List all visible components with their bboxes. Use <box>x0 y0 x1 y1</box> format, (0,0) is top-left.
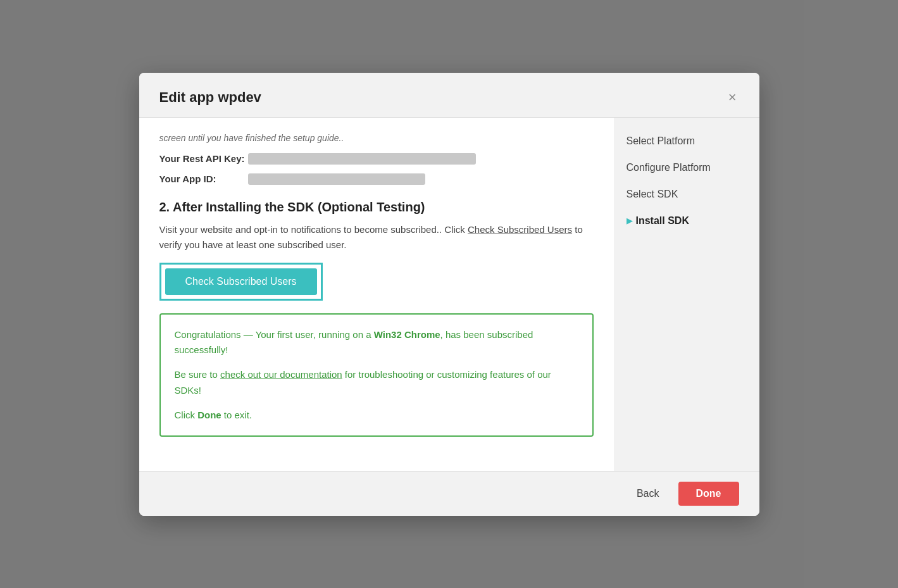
sidebar-item-configure-platform[interactable]: Configure Platform <box>627 162 747 173</box>
check-subscribed-users-link[interactable]: Check Subscribed Users <box>468 224 572 235</box>
modal-title: Edit app wpdev <box>159 89 261 106</box>
sidebar-item-label: Install SDK <box>636 215 689 227</box>
modal-dialog: Edit app wpdev × screen until you have f… <box>139 73 759 516</box>
done-button[interactable]: Done <box>678 482 739 506</box>
modal-body: screen until you have finished the setup… <box>139 118 759 471</box>
sidebar: Select Platform Configure Platform Selec… <box>614 118 759 471</box>
sidebar-item-select-sdk[interactable]: Select SDK <box>627 189 747 200</box>
modal-overlay: Edit app wpdev × screen until you have f… <box>0 0 898 588</box>
success-line-1: Congratulations — Your first user, runni… <box>175 327 578 359</box>
check-btn-wrapper: Check Subscribed Users <box>159 263 323 301</box>
success-line-3: Click Done to exit. <box>175 408 578 423</box>
sidebar-item-label: Select Platform <box>627 135 695 147</box>
section-description: Visit your website and opt-in to notific… <box>159 222 594 253</box>
modal-header: Edit app wpdev × <box>139 73 759 118</box>
check-subscribed-users-button[interactable]: Check Subscribed Users <box>165 268 317 295</box>
sidebar-item-label: Select SDK <box>627 189 678 200</box>
rest-api-label: Your Rest API Key: <box>159 153 248 164</box>
sidebar-item-select-platform[interactable]: Select Platform <box>627 135 747 147</box>
success-line-2: Be sure to check out our documentation f… <box>175 367 578 399</box>
app-id-row: Your App ID: <box>159 173 594 185</box>
documentation-link[interactable]: check out our documentation <box>220 369 342 380</box>
truncated-text: screen until you have finished the setup… <box>159 133 594 143</box>
sidebar-item-label: Configure Platform <box>627 162 711 173</box>
rest-api-row: Your Rest API Key: <box>159 153 594 165</box>
arrow-icon: ▶ <box>627 216 632 225</box>
sidebar-item-install-sdk[interactable]: ▶ Install SDK <box>627 215 747 227</box>
close-button[interactable]: × <box>726 88 739 107</box>
rest-api-value <box>248 153 476 165</box>
modal-footer: Back Done <box>139 471 759 516</box>
app-id-label: Your App ID: <box>159 173 248 184</box>
success-message-box: Congratulations — Your first user, runni… <box>159 313 594 437</box>
app-id-value <box>248 173 425 185</box>
section-heading: 2. After Installing the SDK (Optional Te… <box>159 200 594 215</box>
main-content-area: screen until you have finished the setup… <box>139 118 614 471</box>
back-button[interactable]: Back <box>625 482 671 506</box>
